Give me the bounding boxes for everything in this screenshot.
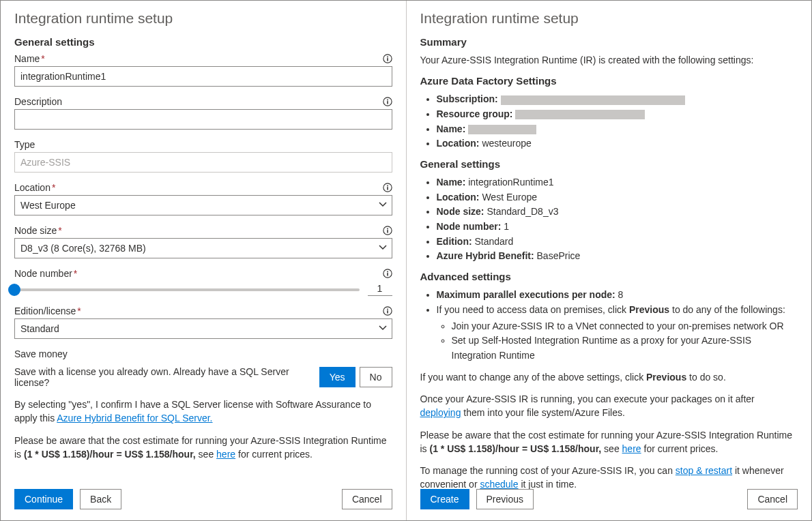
info-icon[interactable] xyxy=(383,183,392,192)
adf-heading: Azure Data Factory Settings xyxy=(420,75,798,87)
cost-estimate-text: Please be aware that the cost estimate f… xyxy=(14,434,392,462)
location-select[interactable] xyxy=(14,195,392,215)
field-node-number: Node number* 1 xyxy=(14,268,392,296)
info-icon[interactable] xyxy=(383,269,392,278)
adf-list: Subscription: Resource group: Name: Loca… xyxy=(420,92,798,151)
field-name: Name* xyxy=(14,53,392,87)
pricing-link-right[interactable]: here xyxy=(622,443,641,454)
name-label: Name xyxy=(14,53,40,64)
azure-hybrid-benefit-link[interactable]: Azure Hybrid Benefit for SQL Server. xyxy=(57,413,212,423)
page-title-right: Integration runtime setup xyxy=(420,10,798,27)
field-description: Description xyxy=(14,96,392,130)
svg-point-4 xyxy=(387,99,388,100)
cancel-button-right[interactable]: Cancel xyxy=(747,489,798,509)
yes-button[interactable]: Yes xyxy=(319,367,356,387)
description-label: Description xyxy=(14,96,62,107)
field-edition: Edition/license* xyxy=(14,306,392,339)
running-text: Once your Azure-SSIS IR is running, you … xyxy=(420,392,798,420)
svg-point-13 xyxy=(387,271,388,272)
page-title-left: Integration runtime setup xyxy=(14,10,392,27)
back-button[interactable]: Back xyxy=(80,489,121,509)
svg-point-10 xyxy=(387,228,388,229)
required-asterisk: * xyxy=(41,53,44,64)
footer-right: Create Previous Cancel xyxy=(420,489,798,509)
type-input xyxy=(14,152,392,173)
left-panel: Integration runtime setup General settin… xyxy=(1,1,407,520)
svg-rect-17 xyxy=(387,310,388,313)
svg-rect-8 xyxy=(387,187,388,190)
create-button[interactable]: Create xyxy=(420,489,469,509)
node-number-value[interactable]: 1 xyxy=(368,283,392,296)
type-label: Type xyxy=(14,139,35,150)
save-money-row: Save with a license you already own. Alr… xyxy=(14,366,392,388)
change-settings-text: If you want to change any of the above s… xyxy=(420,370,798,384)
general-settings-heading: General settings xyxy=(14,36,392,48)
field-location: Location* xyxy=(14,182,392,215)
footer-left: Continue Back Cancel xyxy=(14,489,392,509)
save-money-heading: Save money xyxy=(14,348,392,359)
continue-button[interactable]: Continue xyxy=(14,489,73,509)
cost-text-right: Please be aware that the cost estimate f… xyxy=(420,428,798,456)
edition-select[interactable] xyxy=(14,318,392,339)
pricing-link[interactable]: here xyxy=(216,449,235,460)
node-number-slider[interactable] xyxy=(14,288,360,291)
advanced-list: Maximum parallel executions per node: 8 … xyxy=(420,288,798,363)
info-icon[interactable] xyxy=(383,54,392,63)
location-label: Location xyxy=(14,182,50,193)
deploying-link[interactable]: deploying xyxy=(420,407,461,418)
confirm-text: By selecting "yes", I confirm I have a S… xyxy=(14,398,392,426)
svg-rect-5 xyxy=(387,101,388,104)
summary-intro: Your Azure-SSIS Integration Runtime (IR)… xyxy=(420,53,798,67)
node-size-select[interactable] xyxy=(14,238,392,258)
save-money-question: Save with a license you already own. Alr… xyxy=(14,366,319,388)
previous-button[interactable]: Previous xyxy=(476,489,534,509)
redacted-value xyxy=(501,95,685,105)
name-input[interactable] xyxy=(14,66,392,87)
required-asterisk: * xyxy=(77,306,81,316)
right-panel: Integration runtime setup Summary Your A… xyxy=(407,1,812,520)
node-number-label: Node number xyxy=(14,268,72,279)
schedule-link[interactable]: schedule xyxy=(480,479,518,490)
advanced-heading: Advanced settings xyxy=(420,271,798,282)
slider-thumb[interactable] xyxy=(8,284,20,296)
field-type: Type xyxy=(14,139,392,173)
required-asterisk: * xyxy=(58,225,61,236)
cancel-button-left[interactable]: Cancel xyxy=(342,489,392,509)
svg-point-16 xyxy=(387,308,388,310)
svg-rect-14 xyxy=(387,273,388,276)
svg-point-1 xyxy=(387,56,388,57)
info-icon[interactable] xyxy=(383,306,392,316)
redacted-value xyxy=(515,110,645,119)
edition-label: Edition/license xyxy=(14,306,76,316)
previous-instruction: If you need to access data on premises, … xyxy=(437,303,798,363)
required-asterisk: * xyxy=(52,182,55,193)
general-heading-right: General settings xyxy=(420,158,798,170)
svg-rect-11 xyxy=(387,230,388,233)
general-list: Name: integrationRuntime1 Location: West… xyxy=(420,175,798,264)
info-icon[interactable] xyxy=(383,226,392,235)
no-button[interactable]: No xyxy=(360,367,392,387)
description-input[interactable] xyxy=(14,109,392,130)
manage-text: To manage the running cost of your Azure… xyxy=(420,464,798,492)
required-asterisk: * xyxy=(74,268,77,279)
node-size-label: Node size xyxy=(14,225,57,236)
summary-heading: Summary xyxy=(420,36,798,48)
svg-rect-2 xyxy=(387,58,388,61)
svg-point-7 xyxy=(387,185,388,186)
field-node-size: Node size* xyxy=(14,225,392,258)
redacted-value xyxy=(468,125,536,134)
stop-restart-link[interactable]: stop & restart xyxy=(676,465,732,476)
info-icon[interactable] xyxy=(383,97,392,106)
